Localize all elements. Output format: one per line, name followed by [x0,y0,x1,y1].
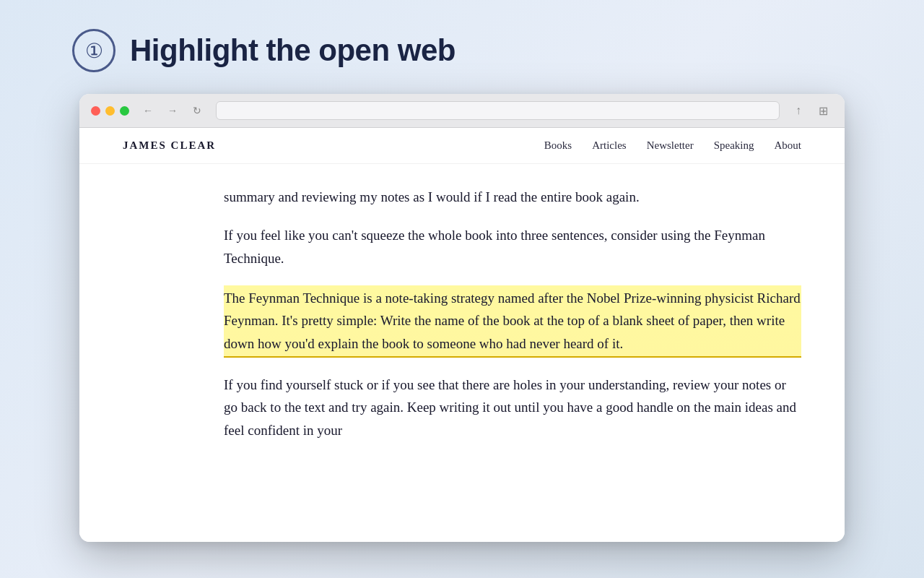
article-paragraph-highlighted: The Feynman Technique is a note-taking s… [224,285,801,358]
maximize-button[interactable] [120,106,129,116]
browser-actions: ↑ ⊞ [788,103,833,118]
article-paragraph-4: If you find yourself stuck or if you see… [224,374,801,441]
website-nav: JAMES CLEAR Books Articles Newsletter Sp… [79,128,845,164]
article-paragraph-2: If you feel like you can't squeeze the w… [224,224,801,269]
browser-window: ← → ↻ ↑ ⊞ JAMES CLEAR Books Articles New… [79,94,845,542]
nav-link-speaking[interactable]: Speaking [714,139,754,152]
nav-link-books[interactable]: Books [544,139,572,152]
forward-button[interactable]: → [162,103,183,118]
website-logo: JAMES CLEAR [123,139,216,152]
step-number-circle: ① [72,29,116,72]
page-title: Highlight the open web [130,33,456,68]
close-button[interactable] [91,106,100,116]
page-header: ① Highlight the open web [72,29,456,72]
browser-chrome: ← → ↻ ↑ ⊞ [79,94,845,128]
reading-view-button[interactable]: ⊞ [813,103,833,118]
traffic-lights [91,106,129,116]
refresh-button[interactable]: ↻ [187,103,207,118]
back-button[interactable]: ← [138,103,158,118]
website-nav-links: Books Articles Newsletter Speaking About [544,139,801,152]
nav-link-articles[interactable]: Articles [592,139,626,152]
minimize-button[interactable] [105,106,115,116]
step-number-text: ① [85,39,103,63]
article-paragraph-1: summary and reviewing my notes as I woul… [224,186,801,208]
nav-link-newsletter[interactable]: Newsletter [647,139,694,152]
article-content: summary and reviewing my notes as I woul… [79,164,845,542]
address-bar[interactable] [216,101,780,120]
nav-buttons: ← → ↻ [138,103,207,118]
nav-link-about[interactable]: About [775,139,802,152]
share-button[interactable]: ↑ [788,103,808,118]
website-content: JAMES CLEAR Books Articles Newsletter Sp… [79,128,845,542]
